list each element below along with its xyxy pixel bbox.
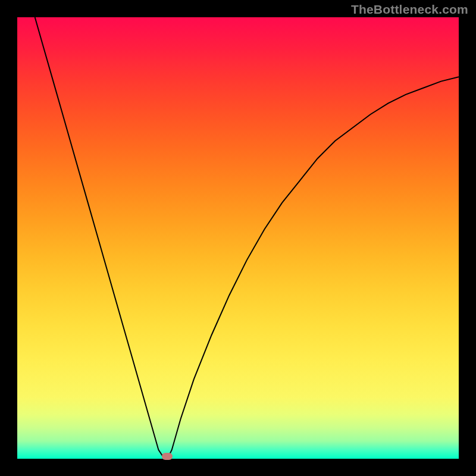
bottleneck-curve: [17, 17, 459, 459]
optimal-point-marker: [162, 453, 173, 460]
watermark-text: TheBottleneck.com: [351, 2, 468, 17]
chart-frame: TheBottleneck.com: [0, 0, 476, 476]
chart-plot-area: [17, 17, 459, 459]
